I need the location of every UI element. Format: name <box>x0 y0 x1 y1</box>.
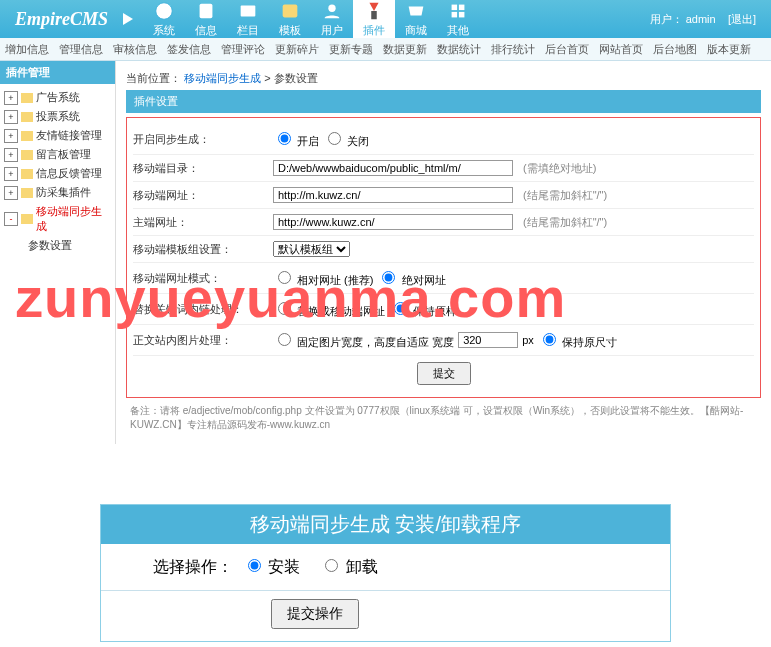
svg-point-4 <box>328 5 335 12</box>
row-mobile-dir: 移动端目录： (需填绝对地址) <box>133 155 754 182</box>
svg-rect-7 <box>459 5 465 10</box>
plus-icon: + <box>4 110 18 124</box>
breadcrumb: 当前位置： 移动端同步生成 > 参数设置 <box>126 67 761 90</box>
folder-icon <box>21 112 33 122</box>
logo: EmpireCMS <box>0 9 123 30</box>
subnav-item[interactable]: 审核信息 <box>113 42 157 57</box>
menu-user[interactable]: 用户 <box>311 0 353 38</box>
subnav-item[interactable]: 后台地图 <box>653 42 697 57</box>
svg-rect-8 <box>452 12 458 17</box>
subnav-item[interactable]: 网站首页 <box>599 42 643 57</box>
install-label: 选择操作： <box>113 557 243 578</box>
tree-vote[interactable]: +投票系统 <box>0 107 115 126</box>
plus-icon: + <box>4 186 18 200</box>
user-bar: 用户： admin [退出] <box>650 12 771 27</box>
install-submit-row: 提交操作 <box>101 591 670 641</box>
tree: +广告系统 +投票系统 +友情链接管理 +留言板管理 +信息反馈管理 +防采集插… <box>0 84 115 259</box>
content: 当前位置： 移动端同步生成 > 参数设置 插件设置 开启同步生成： 开启 关闭 … <box>116 61 771 444</box>
tree-params[interactable]: 参数设置 <box>24 236 115 255</box>
install-row: 选择操作： 安装 卸载 <box>101 544 670 591</box>
menu-plugin[interactable]: 插件 <box>353 0 395 38</box>
subnav-item[interactable]: 排行统计 <box>491 42 535 57</box>
radio-replace[interactable]: 替换成移动端网址 <box>273 299 385 319</box>
tree-mobilesync[interactable]: -移动端同步生成 <box>0 202 115 236</box>
select-template[interactable]: 默认模板组 <box>273 241 350 257</box>
install-title: 移动端同步生成 安装/卸载程序 <box>101 505 670 544</box>
breadcrumb-link[interactable]: 移动端同步生成 <box>184 72 261 84</box>
radio-install[interactable]: 安装 <box>243 556 300 578</box>
menu-other[interactable]: 其他 <box>437 0 479 38</box>
folder-icon <box>21 93 33 103</box>
install-panel: 移动端同步生成 安装/卸载程序 选择操作： 安装 卸载 提交操作 <box>100 504 671 642</box>
sidebar: 插件管理 +广告系统 +投票系统 +友情链接管理 +留言板管理 +信息反馈管理 … <box>0 61 116 444</box>
submit-button[interactable]: 提交 <box>417 362 471 385</box>
radio-rel-url[interactable]: 相对网址 (推荐) <box>273 268 373 288</box>
folder-icon <box>21 169 33 179</box>
app-header: EmpireCMS 系统 信息 栏目 模板 用户 插件 商城 其他 用户： ad… <box>0 0 771 38</box>
main-area: 插件管理 +广告系统 +投票系统 +友情链接管理 +留言板管理 +信息反馈管理 … <box>0 61 771 444</box>
menu-shop[interactable]: 商城 <box>395 0 437 38</box>
input-dir[interactable] <box>273 160 513 176</box>
subnav-item[interactable]: 数据统计 <box>437 42 481 57</box>
tree-feedback[interactable]: +信息反馈管理 <box>0 164 115 183</box>
radio-keep[interactable]: 保持原样 <box>389 299 457 319</box>
radio-abs-url[interactable]: 绝对网址 <box>377 268 445 288</box>
subnav-item[interactable]: 更新碎片 <box>275 42 319 57</box>
tree-sub: 参数设置 <box>0 236 115 255</box>
radio-fixed-width[interactable]: 固定图片宽度，高度自适应 宽度 <box>273 330 454 350</box>
row-url-mode: 移动端网址模式： 相对网址 (推荐) 绝对网址 <box>133 263 754 294</box>
folder-icon <box>21 214 33 224</box>
menu-template[interactable]: 模板 <box>269 0 311 38</box>
input-main-url[interactable] <box>273 214 513 230</box>
row-image: 正文站内图片处理： 固定图片宽度，高度自适应 宽度 px 保持原尺寸 <box>133 325 754 356</box>
svg-rect-1 <box>200 4 213 19</box>
arrow-icon <box>123 13 133 25</box>
plus-icon: + <box>4 129 18 143</box>
subnav-item[interactable]: 管理信息 <box>59 42 103 57</box>
input-mobile-url[interactable] <box>273 187 513 203</box>
subnav-item[interactable]: 管理评论 <box>221 42 265 57</box>
folder-icon <box>21 150 33 160</box>
tree-anticollect[interactable]: +防采集插件 <box>0 183 115 202</box>
minus-icon: - <box>4 212 18 226</box>
radio-enable[interactable]: 开启 <box>273 129 319 149</box>
subnav-item[interactable]: 后台首页 <box>545 42 589 57</box>
input-width[interactable] <box>458 332 518 348</box>
subnav-item[interactable]: 增加信息 <box>5 42 49 57</box>
form-area: 开启同步生成： 开启 关闭 移动端目录： (需填绝对地址) 移动端网址： (结尾… <box>126 117 761 398</box>
plus-icon: + <box>4 91 18 105</box>
radio-uninstall[interactable]: 卸载 <box>320 556 377 578</box>
svg-rect-3 <box>283 5 298 18</box>
tree-ad[interactable]: +广告系统 <box>0 88 115 107</box>
svg-rect-5 <box>371 11 377 19</box>
row-template: 移动端模板组设置： 默认模板组 <box>133 236 754 263</box>
radio-disable[interactable]: 关闭 <box>323 129 369 149</box>
folder-icon <box>21 131 33 141</box>
radio-keep-size[interactable]: 保持原尺寸 <box>538 330 617 350</box>
menu-info[interactable]: 信息 <box>185 0 227 38</box>
row-sync-enable: 开启同步生成： 开启 关闭 <box>133 124 754 155</box>
subnav-item[interactable]: 数据更新 <box>383 42 427 57</box>
tree-link[interactable]: +友情链接管理 <box>0 126 115 145</box>
row-keyword: 替换关键词内链处理： 替换成移动端网址 保持原样 <box>133 294 754 325</box>
svg-point-0 <box>156 3 173 20</box>
subnav-item[interactable]: 签发信息 <box>167 42 211 57</box>
footer-note: 备注：请将 e/adjective/mob/config.php 文件设置为 0… <box>126 398 761 438</box>
plus-icon: + <box>4 148 18 162</box>
plus-icon: + <box>4 167 18 181</box>
panel-title: 插件设置 <box>126 90 761 113</box>
svg-rect-2 <box>241 6 256 17</box>
subnav-item[interactable]: 版本更新 <box>707 42 751 57</box>
sub-nav: 增加信息 管理信息 审核信息 签发信息 管理评论 更新碎片 更新专题 数据更新 … <box>0 38 771 60</box>
folder-icon <box>21 188 33 198</box>
svg-rect-9 <box>459 12 465 17</box>
user-link[interactable]: admin <box>686 13 716 25</box>
menu-column[interactable]: 栏目 <box>227 0 269 38</box>
install-submit-button[interactable]: 提交操作 <box>271 599 359 629</box>
logout-link[interactable]: [退出] <box>728 13 756 25</box>
row-mobile-url: 移动端网址： (结尾需加斜杠"/") <box>133 182 754 209</box>
tree-guestbook[interactable]: +留言板管理 <box>0 145 115 164</box>
subnav-item[interactable]: 更新专题 <box>329 42 373 57</box>
submit-row: 提交 <box>133 356 754 391</box>
menu-system[interactable]: 系统 <box>143 0 185 38</box>
